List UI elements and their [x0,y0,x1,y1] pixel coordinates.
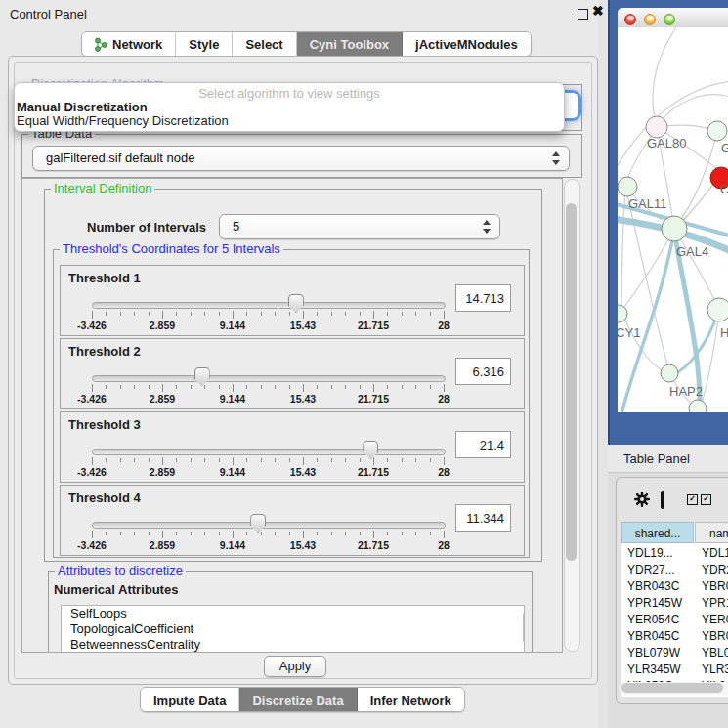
tab-infer-network[interactable]: Infer Network [358,688,464,711]
table-data-groupbox: Table Data galFiltered.sif default node [21,134,582,178]
tab-select[interactable]: Select [233,32,296,56]
dropdown-item-equal-width-frequency[interactable]: Equal Width/Frequency Discretization [17,113,229,128]
node-gal4[interactable] [662,216,687,241]
network-window: GAL80 GAL11 GAL4 GCY1 HAP2 G C H [608,0,728,445]
number-of-intervals-value: 5 [233,215,239,238]
slider-ticks [92,310,444,319]
node-gal11[interactable] [618,177,637,196]
combo-arrows-icon [551,150,560,167]
slider-track[interactable] [92,302,446,309]
list-scrollbar[interactable] [522,608,525,651]
column-header-name[interactable]: name [695,522,728,543]
table-row[interactable]: YBR045CYBR0 [621,628,728,645]
node-bottom[interactable] [689,400,707,412]
table-row[interactable]: YDL19...YDL1 [621,545,728,562]
node-right-h[interactable] [707,298,728,321]
node-top-right[interactable] [707,121,727,141]
attributes-group-title: Attributes to discretize [55,564,186,578]
slider-tick-labels: -3.4262.8599.14415.4321.71528 [92,320,444,331]
slider-tick-labels: -3.4262.8599.14415.4321.71528 [92,539,444,551]
table-panel-title: Table Panel [623,451,690,466]
table-row[interactable]: YLR345WYLR3 [621,662,728,678]
threshold-1-slider[interactable]: -3.4262.8599.14415.4321.71528 [92,293,444,332]
list-item-betweennesscentrality[interactable]: BetweennessCentrality [62,637,524,653]
tab-cyni-toolbox[interactable]: Cyni Toolbox [297,32,403,56]
tab-style[interactable]: Style [176,32,233,56]
tab-impute-data[interactable]: Impute Data [141,688,239,711]
threshold-2-label: Threshold 2 [68,344,141,359]
number-of-intervals-combobox[interactable]: 5 [219,214,500,239]
checkbox-icon: ✓ [701,494,711,505]
float-window-icon[interactable] [578,9,588,20]
threshold-3-label: Threshold 3 [68,417,141,432]
checkbox-icon: ✓ [687,494,698,505]
thresholds-groupbox: Threshold's Coordinates for 5 Intervals … [53,249,530,558]
threshold-3-value-field[interactable]: 21.4 [455,431,511,458]
label-partial-g: G [721,141,728,155]
list-item-selfloops[interactable]: SelfLoops [62,606,524,621]
threshold-1-label: Threshold 1 [68,271,141,285]
threshold-3-panel: Threshold 3 -3.4262.8599.14415.4321.7152… [60,411,525,483]
list-item-topologicalcoefficient[interactable]: TopologicalCoefficient [62,621,524,637]
table-row[interactable]: YPR145WYPR1 [621,595,728,612]
label-partial-h: H [720,325,728,340]
number-of-intervals-label: Number of Intervals [87,220,206,235]
node-hap2[interactable] [661,364,678,382]
table-data-combobox[interactable]: galFiltered.sif default node [32,146,570,171]
combo-arrows-icon [482,218,491,236]
threshold-2-panel: Threshold 2 -3.4262.8599.14415.4321.7152… [60,338,525,409]
network-icon [95,37,107,52]
label-hap2: HAP2 [669,384,703,399]
settings-scrollbar[interactable] [564,179,580,652]
column-header-shared-name[interactable]: shared... [621,522,694,543]
zoom-traffic-light[interactable] [664,14,675,25]
algorithm-dropdown: Select algorithm to view settings Manual… [14,82,565,132]
table-panel: ✓ ✓ shared... name YDL19...YDL1 YDR27...… [616,477,728,704]
slider-track[interactable] [92,375,446,382]
tab-label: Network [112,37,162,52]
select-columns-icon[interactable]: ✓ ✓ [687,494,711,505]
split-columns-icon[interactable] [661,492,664,507]
minimize-traffic-light[interactable] [644,14,656,25]
control-panel: Control Panel ✖ Network Style Select Cyn… [0,0,598,728]
interval-group-title: Interval Definition [51,182,154,195]
network-window-titlebar[interactable] [618,8,728,28]
gear-icon[interactable] [634,492,650,510]
thresholds-group-title: Threshold's Coordinates for 5 Intervals [60,242,283,256]
slider-tick-labels: -3.4262.8599.14415.4321.71528 [92,393,444,405]
close-traffic-light[interactable] [624,14,636,25]
slider-track[interactable] [92,522,446,529]
tab-discretize-data[interactable]: Discretize Data [239,688,357,711]
table-row[interactable]: YBR043CYBR0 [621,578,728,595]
threshold-4-slider[interactable]: -3.4262.8599.14415.4321.71528 [92,513,444,552]
slider-ticks [92,530,444,538]
tab-network[interactable]: Network [82,32,176,56]
table-row[interactable]: YDR27...YDR2 [621,562,728,578]
tab-jactivemnodules[interactable]: jActiveMNodules [403,32,531,56]
apply-button[interactable]: Apply [264,656,326,677]
threshold-4-label: Threshold 4 [68,491,141,505]
numerical-attributes-label: Numerical Attributes [54,582,178,597]
threshold-2-value-field[interactable]: 6.316 [455,358,511,385]
dropdown-placeholder: Select algorithm to view settings [15,86,564,101]
threshold-3-slider[interactable]: -3.4262.8599.14415.4321.71528 [92,440,444,479]
table-data-selected: galFiltered.sif default node [46,147,194,170]
numerical-attributes-list: SelfLoops TopologicalCoefficient Between… [61,605,525,653]
network-canvas[interactable]: GAL80 GAL11 GAL4 GCY1 HAP2 G C H [618,27,728,412]
threshold-1-value-field[interactable]: 14.713 [455,284,511,312]
settings-viewport: Interval Definition Number of Intervals … [21,178,563,653]
label-gal80: GAL80 [647,136,686,150]
table-row[interactable]: YBL079WYBL0 [621,645,728,662]
slider-track[interactable] [92,449,446,455]
slider-ticks [92,456,444,465]
table-horizontal-scrollbar[interactable] [620,682,728,695]
threshold-4-value-field[interactable]: 11.344 [455,504,511,532]
interval-definition-groupbox: Interval Definition Number of Intervals … [44,189,542,562]
close-icon[interactable]: ✖ [592,3,604,19]
dropdown-item-manual-discretization[interactable]: Manual Discretization [17,100,148,114]
table-row[interactable]: YER054CYER0 [621,612,728,628]
table-panel-region: Table Panel ✓ ✓ shared... name [608,445,728,728]
threshold-2-slider[interactable]: -3.4262.8599.14415.4321.71528 [92,366,444,406]
label-gal4: GAL4 [676,244,708,259]
node-gal80[interactable] [646,116,667,138]
